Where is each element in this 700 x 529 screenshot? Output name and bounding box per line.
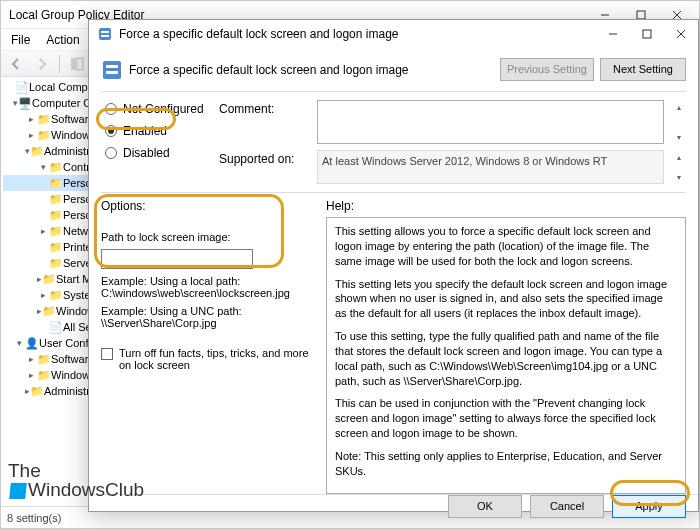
options-panel: Options: Path to lock screen image: Exam…	[101, 199, 316, 494]
supported-scrollbar[interactable]: ▴▾	[672, 150, 686, 184]
svg-rect-6	[71, 58, 76, 70]
svg-rect-19	[103, 61, 121, 79]
dialog-close-button[interactable]	[664, 20, 698, 48]
help-panel: Help: This setting allows you to force a…	[326, 199, 686, 494]
example-unc: Example: Using a UNC path: \\Server\Shar…	[101, 305, 316, 329]
watermark: The WindowsClub	[8, 461, 144, 499]
dialog-maximize-button[interactable]	[630, 20, 664, 48]
comment-label: Comment:	[219, 100, 309, 144]
setting-icon	[101, 59, 123, 81]
svg-rect-20	[106, 65, 118, 68]
forward-icon[interactable]	[31, 53, 53, 75]
svg-rect-16	[643, 30, 651, 38]
dialog-button-row: OK Cancel Apply	[89, 494, 698, 518]
path-input[interactable]	[101, 249, 253, 269]
apply-button[interactable]: Apply	[612, 495, 686, 518]
help-title: Help:	[326, 199, 686, 217]
path-label: Path to lock screen image:	[101, 231, 316, 243]
svg-rect-7	[77, 58, 83, 70]
next-setting-button[interactable]: Next Setting	[600, 58, 686, 81]
comment-scrollbar[interactable]: ▴▾	[672, 100, 686, 144]
radio-enabled[interactable]: Enabled	[105, 124, 219, 138]
dialog-titlebar: Force a specific default lock screen and…	[89, 20, 698, 48]
radio-not-configured[interactable]: Not Configured	[105, 102, 219, 116]
example-local: Example: Using a local path: C:\windows\…	[101, 275, 316, 299]
supported-label: Supported on:	[219, 150, 309, 184]
turnoff-checkbox[interactable]: Turn off fun facts, tips, tricks, and mo…	[101, 347, 316, 371]
help-text[interactable]: This setting allows you to force a speci…	[326, 217, 686, 494]
menu-action[interactable]: Action	[38, 31, 87, 49]
supported-text: At least Windows Server 2012, Windows 8 …	[317, 150, 664, 184]
status-text: 8 setting(s)	[7, 512, 61, 524]
cancel-button[interactable]: Cancel	[530, 495, 604, 518]
radio-disabled[interactable]: Disabled	[105, 146, 219, 160]
svg-rect-21	[106, 71, 118, 74]
svg-rect-3	[637, 11, 645, 19]
menu-file[interactable]: File	[3, 31, 38, 49]
dialog-icon	[97, 26, 113, 42]
previous-setting-button[interactable]: Previous Setting	[500, 58, 594, 81]
comment-textarea[interactable]	[317, 100, 664, 144]
options-title: Options:	[101, 199, 316, 215]
show-hide-icon[interactable]	[66, 53, 88, 75]
svg-rect-14	[101, 35, 109, 37]
svg-rect-12	[99, 28, 111, 40]
svg-rect-13	[101, 31, 109, 33]
dialog-title: Force a specific default lock screen and…	[119, 27, 596, 41]
back-icon[interactable]	[5, 53, 27, 75]
dialog-minimize-button[interactable]	[596, 20, 630, 48]
setting-name: Force a specific default lock screen and…	[129, 63, 494, 77]
ok-button[interactable]: OK	[448, 495, 522, 518]
windows-logo-icon	[9, 483, 27, 499]
policy-dialog: Force a specific default lock screen and…	[88, 19, 699, 512]
